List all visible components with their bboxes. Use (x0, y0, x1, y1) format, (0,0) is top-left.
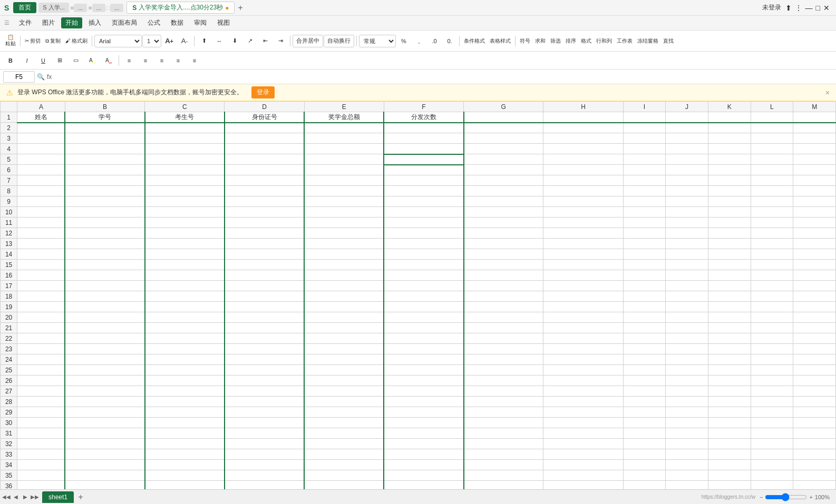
cell-H5[interactable] (543, 154, 623, 165)
cell-C18[interactable] (145, 291, 225, 302)
cell-G20[interactable] (464, 312, 543, 323)
cell-F3[interactable] (384, 133, 463, 144)
cell-L32[interactable] (751, 439, 793, 449)
mini-tab-3[interactable]: ... (92, 4, 105, 12)
cell-I1[interactable] (623, 112, 666, 123)
align-middle-btn[interactable]: ↔ (212, 33, 227, 49)
cell-G31[interactable] (464, 428, 543, 439)
cell-K9[interactable] (708, 196, 751, 207)
cell-G8[interactable] (464, 186, 543, 196)
cell-E28[interactable] (304, 397, 384, 407)
cell-J33[interactable] (666, 449, 708, 460)
cell-K16[interactable] (708, 270, 751, 281)
auto-wrap-btn[interactable]: 自动换行 (324, 35, 354, 47)
cell-C26[interactable] (145, 375, 225, 386)
cell-K36[interactable] (708, 481, 751, 490)
cell-D23[interactable] (225, 344, 304, 354)
cell-F30[interactable] (384, 418, 463, 428)
cell-L14[interactable] (751, 249, 793, 260)
cell-K35[interactable] (708, 470, 751, 481)
cell-J5[interactable] (666, 154, 708, 165)
cell-C9[interactable] (145, 196, 225, 207)
cell-C27[interactable] (145, 386, 225, 397)
cell-H9[interactable] (543, 196, 623, 207)
cell-J31[interactable] (666, 428, 708, 439)
align-bottom-btn[interactable]: ⬇ (227, 33, 242, 49)
cell-J7[interactable] (666, 175, 708, 186)
cell-K22[interactable] (708, 333, 751, 344)
cell-K6[interactable] (708, 165, 751, 175)
cell-A35[interactable] (17, 470, 65, 481)
cell-E3[interactable] (304, 133, 384, 144)
cell-D33[interactable] (225, 449, 304, 460)
col-header-A[interactable]: A (17, 102, 65, 112)
nav-last-btn[interactable]: ▶▶ (31, 493, 39, 501)
cell-K34[interactable] (708, 460, 751, 470)
cell-E23[interactable] (304, 344, 384, 354)
cell-H14[interactable] (543, 249, 623, 260)
cell-H34[interactable] (543, 460, 623, 470)
cell-B3[interactable] (65, 133, 144, 144)
number-format-select[interactable]: 常规 (359, 35, 396, 47)
cell-E22[interactable] (304, 333, 384, 344)
cell-E16[interactable] (304, 270, 384, 281)
font-size-select[interactable]: 10 (142, 35, 161, 47)
cell-G6[interactable] (464, 165, 543, 175)
cell-G1[interactable] (464, 112, 543, 123)
cell-F19[interactable] (384, 302, 463, 312)
cell-E21[interactable] (304, 323, 384, 333)
cell-G18[interactable] (464, 291, 543, 302)
cell-F18[interactable] (384, 291, 463, 302)
merge-center-btn[interactable]: 合并居中 (293, 35, 323, 47)
cell-A15[interactable] (17, 260, 65, 270)
cell-A7[interactable] (17, 175, 65, 186)
cell-D2[interactable] (225, 123, 304, 133)
cell-L19[interactable] (751, 302, 793, 312)
cell-M32[interactable] (793, 439, 836, 449)
cell-A18[interactable] (17, 291, 65, 302)
cell-E9[interactable] (304, 196, 384, 207)
cell-J2[interactable] (666, 123, 708, 133)
cell-K33[interactable] (708, 449, 751, 460)
menu-insert[interactable]: 插入 (84, 17, 105, 28)
cell-K4[interactable] (708, 144, 751, 154)
cell-G3[interactable] (464, 133, 543, 144)
more-icon[interactable]: ⋮ (795, 4, 802, 12)
notification-close[interactable]: × (825, 88, 830, 97)
cell-E12[interactable] (304, 228, 384, 239)
cell-J21[interactable] (666, 323, 708, 333)
cell-C5[interactable] (145, 154, 225, 165)
cell-H20[interactable] (543, 312, 623, 323)
cell-F10[interactable] (384, 207, 463, 218)
cell-I15[interactable] (623, 260, 666, 270)
cell-B27[interactable] (65, 386, 144, 397)
cell-I4[interactable] (623, 144, 666, 154)
cell-G19[interactable] (464, 302, 543, 312)
cell-L24[interactable] (751, 354, 793, 365)
cell-A22[interactable] (17, 333, 65, 344)
cell-K31[interactable] (708, 428, 751, 439)
cell-I16[interactable] (623, 270, 666, 281)
cell-H19[interactable] (543, 302, 623, 312)
cell-C28[interactable] (145, 397, 225, 407)
cell-G2[interactable] (464, 123, 543, 133)
cell-D6[interactable] (225, 165, 304, 175)
cell-L1[interactable] (751, 112, 793, 123)
cell-A29[interactable] (17, 407, 65, 418)
cell-L35[interactable] (751, 470, 793, 481)
cell-G26[interactable] (464, 375, 543, 386)
cell-E4[interactable] (304, 144, 384, 154)
cell-J22[interactable] (666, 333, 708, 344)
cell-K30[interactable] (708, 418, 751, 428)
format-painter-btn[interactable]: 🖌 格式刷 (63, 33, 90, 49)
cell-F5[interactable] (384, 154, 463, 165)
cell-G30[interactable] (464, 418, 543, 428)
cell-A11[interactable] (17, 218, 65, 228)
cell-M31[interactable] (793, 428, 836, 439)
cell-D34[interactable] (225, 460, 304, 470)
cell-I33[interactable] (623, 449, 666, 460)
cell-F35[interactable] (384, 470, 463, 481)
formula-zoom-icon[interactable]: 🔍 (37, 73, 45, 81)
cell-J16[interactable] (666, 270, 708, 281)
cell-D35[interactable] (225, 470, 304, 481)
